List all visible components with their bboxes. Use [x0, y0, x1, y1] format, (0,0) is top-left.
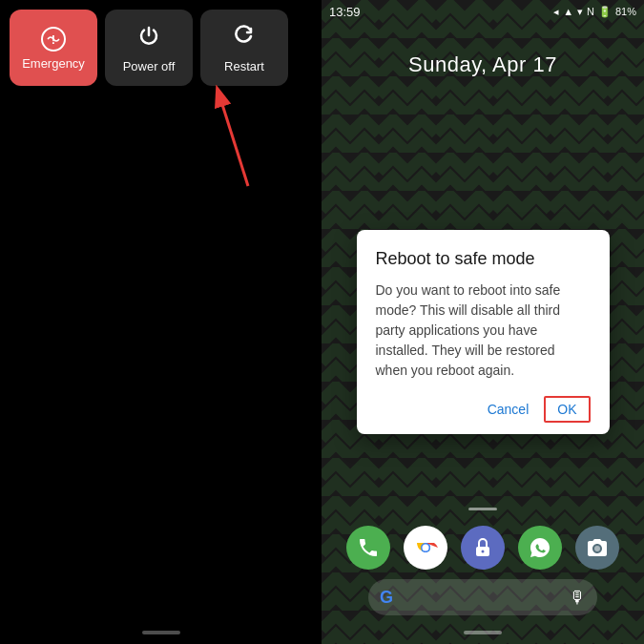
dialog-body: Do you want to reboot into safe mode? Th… [376, 280, 591, 381]
restart-button[interactable]: Restart [200, 10, 288, 86]
emergency-icon: ! [40, 26, 67, 52]
reboot-dialog: Reboot to safe mode Do you want to reboo… [357, 230, 610, 434]
emergency-button[interactable]: ! Emergency [10, 10, 97, 86]
restart-icon [231, 22, 258, 55]
restart-label: Restart [224, 59, 264, 73]
left-panel: ! Emergency Power off [0, 0, 322, 644]
left-swipe-handle [142, 631, 180, 634]
dialog-overlay: Reboot to safe mode Do you want to reboo… [322, 0, 644, 644]
right-panel: 13:59 ◂ ▲ ▾ N 🔋 81% Sunday, Apr 17 Reboo… [322, 0, 644, 644]
dialog-ok-button[interactable]: OK [544, 396, 590, 423]
power-off-icon [135, 22, 162, 55]
dialog-title: Reboot to safe mode [376, 249, 591, 269]
dialog-cancel-button[interactable]: Cancel [480, 396, 537, 423]
power-off-label: Power off [123, 59, 176, 73]
emergency-label: Emergency [22, 56, 85, 71]
arrow-annotation [210, 81, 267, 199]
dialog-buttons: Cancel OK [376, 396, 591, 423]
svg-line-3 [219, 95, 248, 186]
power-off-button[interactable]: Power off [105, 10, 193, 86]
power-buttons-row: ! Emergency Power off [0, 0, 322, 95]
